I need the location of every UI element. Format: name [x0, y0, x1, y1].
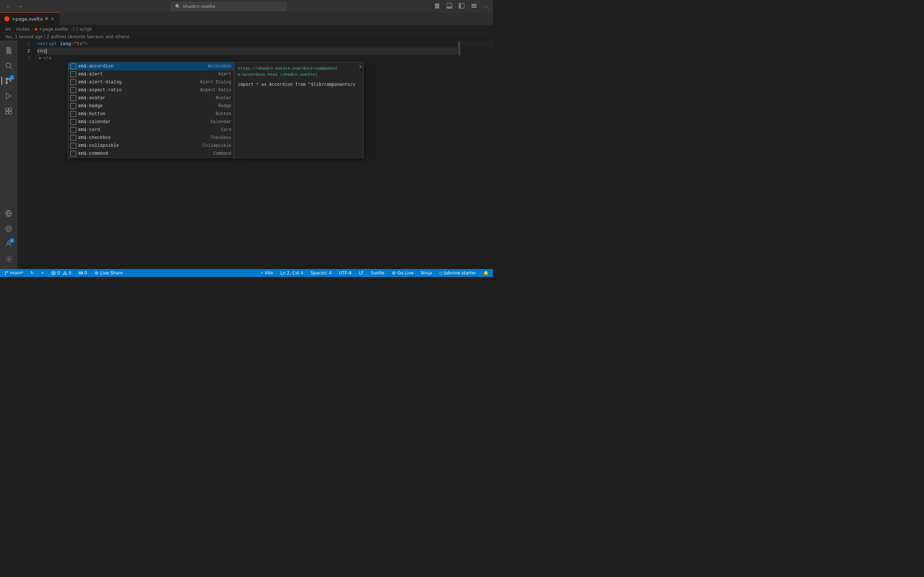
svg-rect-0 [435, 3, 439, 5]
svg-rect-6 [459, 3, 461, 8]
code-line-2: cni [37, 48, 460, 55]
autocomplete-container: cni-accordion Accordion cni-alert Alert … [68, 62, 364, 158]
title-bar-left: ← → [3, 2, 25, 11]
status-branch[interactable]: main* [3, 269, 24, 277]
ac-item-cni-collapsible[interactable]: cni-collapsible Collapsible [68, 142, 234, 150]
activity-git[interactable]: 1 [2, 74, 16, 88]
ac-icon-calendar [70, 119, 76, 125]
search-icon: 🔍 [175, 4, 181, 9]
search-bar[interactable]: 🔍 shadcn-svelte [171, 2, 287, 10]
status-liveshare[interactable]: Live Share [93, 269, 124, 277]
code-line-3: ▶ </s [37, 55, 460, 62]
layout-customize-icon[interactable] [469, 2, 478, 11]
ac-type-avatar: Avatar [216, 95, 231, 102]
publish-icon: ⚡ [41, 271, 44, 276]
activity-extensions[interactable] [2, 104, 16, 118]
token-ts-val: "ts" [74, 40, 85, 48]
hover-close-button[interactable]: × [359, 64, 362, 69]
ac-item-cni-aspect-ratio[interactable]: cni-aspect-ratio Aspect Ratio [68, 86, 234, 94]
error-icon [51, 271, 56, 275]
ac-item-cni-card[interactable]: cni-card Card [68, 126, 234, 134]
status-spaces[interactable]: Spaces: 4 [309, 269, 333, 277]
ac-item-cni-badge[interactable]: cni-badge Badge [68, 102, 234, 110]
ac-item-cni-alert[interactable]: cni-alert Alert [68, 70, 234, 78]
status-line-ending[interactable]: LF [357, 269, 365, 277]
ac-type-accordion: Accordion [208, 63, 231, 70]
hover-code: import * as Accordion from "$lib/compone… [238, 81, 360, 88]
liveshare-label: Live Share [100, 271, 123, 276]
sidebar-icon[interactable] [457, 2, 466, 11]
editor-scrollbar[interactable] [457, 40, 460, 269]
tab-page-svelte[interactable]: +page.svelte M × [0, 12, 60, 25]
status-golive[interactable]: Go Live [390, 269, 415, 277]
activity-settings[interactable] [2, 252, 16, 266]
breadcrumb-src[interactable]: src [5, 27, 11, 32]
ac-item-cni-button[interactable]: cni-button Button [68, 110, 234, 118]
activity-remote[interactable] [2, 206, 16, 221]
ac-name-badge: cni-badge [78, 102, 215, 110]
ac-name-avatar: cni-avatar [78, 95, 213, 102]
svg-rect-21 [9, 111, 11, 114]
activity-search[interactable] [2, 58, 16, 73]
panel-icon[interactable] [445, 2, 454, 11]
status-notification[interactable]: 🔔 [482, 269, 490, 277]
sync-icon: ↻ [30, 271, 34, 276]
title-bar: ← → 🔍 shadcn-svelte ··· [0, 0, 493, 13]
status-language[interactable]: Svelte [369, 269, 386, 277]
status-ports[interactable]: 0 [77, 269, 89, 277]
hover-url: https://shadcn-svelte.com/docs/component… [238, 65, 360, 78]
status-errors[interactable]: 0 0 [50, 269, 73, 277]
forward-button[interactable]: → [15, 2, 25, 11]
fold-arrow[interactable]: ▶ [39, 55, 42, 62]
status-tabnine[interactable]: ⬡ tabnine starter [438, 269, 478, 277]
ac-name-command: cni-command [78, 150, 210, 157]
activity-accounts[interactable]: 2 [2, 237, 16, 251]
vite-label: Vite [265, 271, 273, 276]
token-close-script: </s [43, 55, 51, 62]
status-position[interactable]: Ln 2, Col 4 [279, 269, 305, 277]
ac-type-command: Command [213, 150, 231, 157]
error-count: 0 [57, 271, 60, 276]
hover-url-line2: s/accordion.html (shadcn-svelte) [238, 72, 318, 77]
back-button[interactable]: ← [3, 2, 14, 11]
vite-icon: ⚡ [261, 271, 263, 276]
status-publish[interactable]: ⚡ [40, 269, 45, 277]
status-ninja[interactable]: Ninja [419, 269, 433, 277]
breadcrumb-routes[interactable]: routes [16, 27, 30, 32]
ac-item-cni-accordion[interactable]: cni-accordion Accordion [68, 62, 234, 70]
title-bar-center: 🔍 shadcn-svelte [171, 2, 287, 10]
status-encoding[interactable]: UTF-8 [338, 269, 353, 277]
svg-marker-17 [6, 93, 11, 99]
debug-icon[interactable] [432, 2, 442, 11]
more-options-icon[interactable]: ··· [481, 2, 489, 11]
svg-rect-18 [6, 108, 8, 111]
breadcrumb-filename[interactable]: +page.svelte [39, 27, 68, 32]
golive-icon [392, 271, 396, 275]
svg-point-23 [6, 226, 12, 232]
ac-item-cni-command[interactable]: cni-command Command [68, 150, 234, 158]
liveshare-icon [94, 271, 99, 275]
ac-item-cni-checkbox[interactable]: cni-checkbox Checkbox [68, 134, 234, 142]
ac-item-cni-alert-dialog[interactable]: cni-alert-dialog Alert Dialog [68, 78, 234, 86]
breadcrumb-script[interactable]: script [80, 27, 92, 32]
code-area[interactable]: <script lang = "ts" > cni ▶ </s [34, 40, 460, 269]
ac-item-cni-avatar[interactable]: cni-avatar Avatar [68, 94, 234, 102]
editor-area[interactable]: 1 2 3 <script lang = "ts" > cni [17, 40, 493, 269]
ac-type-calendar: Calendar [210, 118, 231, 126]
ac-name-card: cni-card [78, 126, 218, 134]
activity-run[interactable] [2, 89, 16, 103]
status-sync[interactable]: ↻ [29, 269, 36, 277]
svg-point-11 [6, 63, 11, 68]
tab-close-button[interactable]: × [50, 16, 55, 21]
accounts-badge: 2 [10, 238, 15, 243]
activity-gitlens[interactable] [2, 221, 16, 236]
autocomplete-list: cni-accordion Accordion cni-alert Alert … [68, 62, 234, 158]
ac-item-cni-calendar[interactable]: cni-calendar Calendar [68, 118, 234, 126]
branch-icon [4, 271, 9, 275]
status-vite[interactable]: ⚡ Vite [259, 269, 275, 277]
token-script-open: <script [37, 40, 57, 48]
activity-explorer[interactable] [2, 43, 16, 58]
ac-bold-cni: cni [78, 64, 87, 69]
line-ending-label: LF [359, 271, 364, 276]
svg-point-41 [96, 272, 97, 274]
